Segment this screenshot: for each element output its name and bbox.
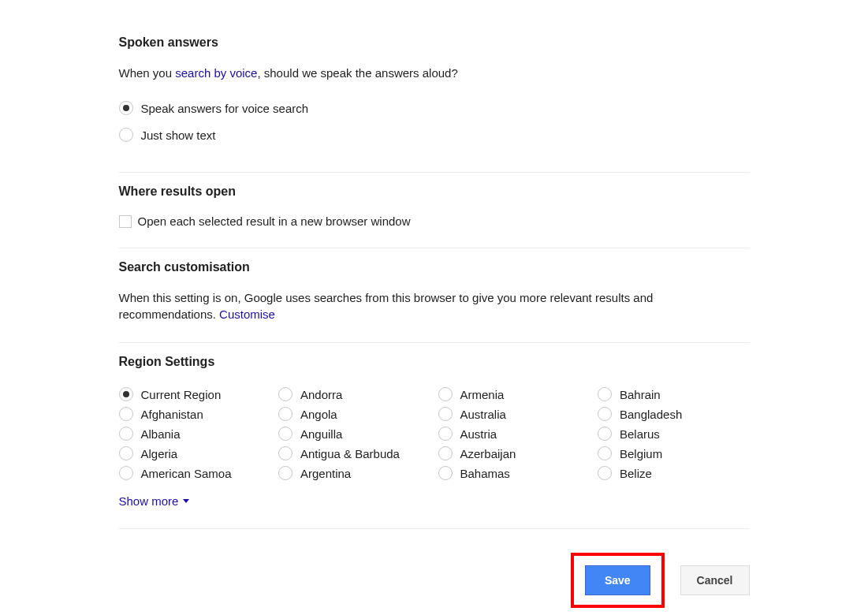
region-option-label: Belarus xyxy=(620,427,660,441)
region-option-row[interactable]: Anguilla xyxy=(278,424,430,444)
search-customisation-desc: When this setting is on, Google uses sea… xyxy=(119,290,750,322)
spoken-option-label: Speak answers for voice search xyxy=(141,102,309,115)
region-option-row[interactable]: Afghanistan xyxy=(119,404,271,424)
radio-icon[interactable] xyxy=(119,407,133,421)
region-option-row[interactable]: Antigua & Barbuda xyxy=(278,444,430,464)
region-option-row[interactable]: Algeria xyxy=(119,444,271,464)
radio-icon[interactable] xyxy=(119,427,133,441)
radio-icon[interactable] xyxy=(598,466,612,480)
search-customisation-title: Search customisation xyxy=(119,260,750,274)
region-option-row[interactable]: Bangladesh xyxy=(598,404,750,424)
radio-icon[interactable] xyxy=(278,466,292,480)
region-option-label: Austria xyxy=(460,427,497,441)
region-option-row[interactable]: Austria xyxy=(438,424,590,444)
region-option-label: Afghanistan xyxy=(141,408,203,421)
region-option-label: Bangladesh xyxy=(620,408,682,421)
radio-icon[interactable] xyxy=(119,128,133,142)
spoken-answers-section: Spoken answers When you search by voice,… xyxy=(119,24,750,173)
region-option-row[interactable]: Current Region xyxy=(119,385,271,404)
radio-icon[interactable] xyxy=(278,427,292,441)
region-option-label: Belgium xyxy=(620,447,662,460)
region-option-row[interactable]: Bahamas xyxy=(438,464,590,483)
radio-icon[interactable] xyxy=(119,387,133,401)
desc-text: , should we speak the answers aloud? xyxy=(257,66,457,80)
region-option-row[interactable]: Australia xyxy=(438,404,590,424)
caret-down-icon xyxy=(183,499,189,503)
region-option-label: Argentina xyxy=(300,467,351,480)
region-option-label: Armenia xyxy=(460,388,505,401)
radio-icon[interactable] xyxy=(438,387,453,401)
radio-icon[interactable] xyxy=(438,427,453,441)
open-new-window-label: Open each selected result in a new brows… xyxy=(138,214,411,228)
region-option-label: Andorra xyxy=(300,388,342,401)
region-option-row[interactable]: Bahrain xyxy=(598,385,750,404)
desc-text: When you xyxy=(119,66,176,80)
region-option-label: Albania xyxy=(141,427,181,441)
radio-icon[interactable] xyxy=(598,407,612,421)
spoken-option-row[interactable]: Just show text xyxy=(119,125,750,144)
show-more-link[interactable]: Show more xyxy=(119,494,190,508)
region-option-label: Current Region xyxy=(141,388,222,401)
spoken-option-label: Just show text xyxy=(141,129,216,142)
radio-icon[interactable] xyxy=(119,446,133,460)
region-option-row[interactable]: Belarus xyxy=(598,424,750,444)
radio-icon[interactable] xyxy=(438,446,453,460)
search-by-voice-link[interactable]: search by voice xyxy=(175,66,257,80)
save-button[interactable]: Save xyxy=(585,565,650,595)
region-option-row[interactable]: Albania xyxy=(119,424,271,444)
region-option-row[interactable]: Angola xyxy=(278,404,430,424)
save-highlight-box: Save xyxy=(571,553,665,608)
region-option-row[interactable]: Azerbaijan xyxy=(438,444,590,464)
region-option-row[interactable]: American Samoa xyxy=(119,464,271,483)
radio-icon[interactable] xyxy=(119,101,133,115)
region-option-label: Belize xyxy=(620,467,652,480)
where-results-open-section: Where results open Open each selected re… xyxy=(119,173,750,248)
radio-icon[interactable] xyxy=(278,407,292,421)
spoken-option-row[interactable]: Speak answers for voice search xyxy=(119,99,750,117)
region-settings-section: Region Settings Current RegionAfghanista… xyxy=(119,343,750,529)
region-option-label: Anguilla xyxy=(300,427,342,441)
region-option-row[interactable]: Armenia xyxy=(438,385,590,404)
region-option-row[interactable]: Belize xyxy=(598,464,750,483)
open-new-window-row[interactable]: Open each selected result in a new brows… xyxy=(119,214,750,228)
radio-icon[interactable] xyxy=(438,407,453,421)
region-option-row[interactable]: Argentina xyxy=(278,464,430,483)
radio-icon[interactable] xyxy=(278,387,292,401)
radio-icon[interactable] xyxy=(598,387,612,401)
region-option-label: Australia xyxy=(460,408,506,421)
radio-icon[interactable] xyxy=(598,427,612,441)
spoken-answers-title: Spoken answers xyxy=(119,35,750,50)
where-results-open-title: Where results open xyxy=(119,184,750,199)
region-settings-title: Region Settings xyxy=(119,355,750,369)
button-bar: Save Cancel xyxy=(119,529,750,615)
region-option-label: Bahamas xyxy=(460,467,510,480)
region-option-label: Bahrain xyxy=(620,388,661,401)
desc-text: When this setting is on, Google uses sea… xyxy=(119,291,654,320)
region-option-row[interactable]: Belgium xyxy=(598,444,750,464)
radio-icon[interactable] xyxy=(438,466,453,480)
region-option-label: Angola xyxy=(300,408,337,421)
region-option-label: Antigua & Barbuda xyxy=(300,447,400,460)
spoken-answers-desc: When you search by voice, should we spea… xyxy=(119,65,750,81)
cancel-button[interactable]: Cancel xyxy=(680,565,750,595)
region-option-label: Algeria xyxy=(141,447,178,460)
show-more-label: Show more xyxy=(119,494,179,508)
region-option-label: Azerbaijan xyxy=(460,447,516,460)
region-option-row[interactable]: Andorra xyxy=(278,385,430,404)
region-option-label: American Samoa xyxy=(141,467,232,480)
search-customisation-section: Search customisation When this setting i… xyxy=(119,248,750,343)
radio-icon[interactable] xyxy=(278,446,292,460)
customise-link[interactable]: Customise xyxy=(219,308,275,321)
checkbox-icon[interactable] xyxy=(119,215,132,228)
radio-icon[interactable] xyxy=(598,446,612,460)
radio-icon[interactable] xyxy=(119,466,133,480)
